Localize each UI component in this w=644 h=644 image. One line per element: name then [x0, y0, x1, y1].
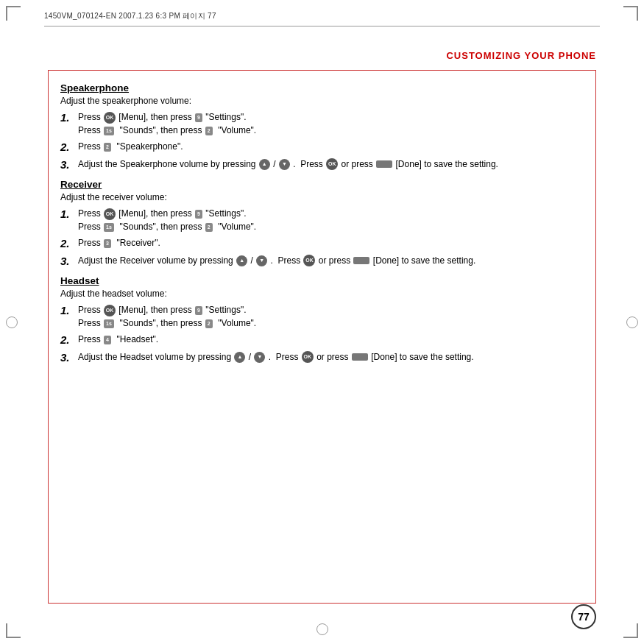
1sh-btn-icon: 1s	[104, 319, 114, 328]
2a-btn-icon: 2	[205, 127, 213, 135]
step-num-sp-2: 2.	[60, 140, 75, 155]
4h-btn-icon: 4	[104, 336, 111, 344]
step-content-sp-1: Press OK [Menu], then press 9 "Settings"…	[78, 110, 584, 137]
header-text: 1450VM_070124-EN 2007.1.23 6:3 PM 페이지 77	[44, 11, 216, 21]
page-title: CUSTOMIZING YOUR PHONE	[446, 50, 596, 61]
step-content-hs-1: Press OK [Menu], then press 9 "Settings"…	[78, 303, 584, 330]
done-hs-icon	[352, 353, 368, 361]
ok-hs2-icon: OK	[302, 351, 314, 363]
step-num-rv-2: 2.	[60, 236, 75, 251]
step-hs-3: 3. Adjust the Headset volume by pressing…	[60, 350, 584, 365]
section-desc-headset: Adjust the headset volume:	[60, 289, 584, 299]
nav-dn-rv-icon: ▼	[256, 255, 267, 266]
corner-tl	[6, 6, 21, 21]
9h-btn-icon: 9	[195, 306, 202, 315]
step-sp-1: 1. Press OK [Menu], then press 9 "Settin…	[60, 110, 584, 137]
ok-btn-icon: OK	[104, 112, 116, 124]
page-number-badge: 77	[571, 604, 596, 629]
section-desc-speakerphone: Adjust the speakerphone volume:	[60, 96, 584, 106]
step-num-hs-2: 2.	[60, 333, 75, 347]
step-num-hs-1: 1.	[60, 303, 75, 318]
corner-br	[623, 623, 638, 638]
1sr-btn-icon: 1s	[104, 223, 114, 232]
2ah-btn-icon: 2	[205, 319, 213, 328]
9-btn-icon: 9	[195, 113, 202, 122]
section-title-headset: Headset	[60, 275, 584, 286]
step-num-rv-1: 1.	[60, 207, 75, 222]
9r-btn-icon: 9	[195, 210, 202, 219]
step-num-hs-3: 3.	[60, 350, 75, 365]
page-number: 77	[578, 611, 590, 623]
step-num-sp-3: 3.	[60, 158, 75, 172]
step-content-hs-2: Press 4 "Headset".	[78, 333, 584, 346]
side-circle-right	[626, 316, 638, 328]
nav-dn-hs-icon: ▼	[254, 352, 265, 363]
section-desc-receiver: Adjust the receiver volume:	[60, 192, 584, 202]
corner-tr	[623, 6, 638, 21]
section-title-speakerphone: Speakerphone	[60, 82, 584, 93]
ok-hs-icon: OK	[104, 305, 116, 316]
step-num-rv-3: 3.	[60, 254, 75, 269]
ok-rv-icon: OK	[104, 208, 116, 220]
section-title-receiver: Receiver	[60, 179, 584, 190]
2ar-btn-icon: 2	[205, 223, 213, 232]
done-btn-icon	[376, 160, 392, 168]
bottom-circle	[316, 623, 328, 635]
step-content-sp-3: Adjust the Speakerphone volume by pressi…	[78, 158, 584, 171]
main-content-box: Speakerphone Adjust the speakerphone vol…	[48, 70, 596, 604]
side-circle-left	[6, 316, 18, 328]
step-num-sp-1: 1.	[60, 110, 75, 125]
1s-btn-icon: 1s	[104, 127, 114, 135]
step-sp-3: 3. Adjust the Speakerphone volume by pre…	[60, 158, 584, 172]
ok2-btn-icon: OK	[326, 158, 338, 170]
done-rv-icon	[353, 257, 369, 264]
step-hs-2: 2. Press 4 "Headset".	[60, 333, 584, 347]
2sp-btn-icon: 2	[104, 143, 111, 152]
step-rv-3: 3. Adjust the Receiver volume by pressin…	[60, 254, 584, 269]
step-content-rv-2: Press 3 "Receiver".	[78, 236, 584, 250]
nav-dn-icon: ▼	[279, 159, 290, 170]
3r-btn-icon: 3	[104, 239, 111, 248]
step-content-rv-1: Press OK [Menu], then press 9 "Settings"…	[78, 207, 584, 233]
nav-up-icon: ▲	[259, 159, 270, 170]
step-hs-1: 1. Press OK [Menu], then press 9 "Settin…	[60, 303, 584, 330]
step-content-rv-3: Adjust the Receiver volume by pressing ▲…	[78, 254, 584, 267]
step-rv-1: 1. Press OK [Menu], then press 9 "Settin…	[60, 207, 584, 233]
header-bar: 1450VM_070124-EN 2007.1.23 6:3 PM 페이지 77	[44, 6, 600, 26]
step-content-sp-2: Press 2 "Speakerphone".	[78, 140, 584, 153]
corner-bl	[6, 623, 21, 638]
ok-rv2-icon: OK	[303, 255, 315, 266]
nav-up-rv-icon: ▲	[236, 255, 247, 266]
step-sp-2: 2. Press 2 "Speakerphone".	[60, 140, 584, 155]
step-rv-2: 2. Press 3 "Receiver".	[60, 236, 584, 251]
nav-up-hs-icon: ▲	[234, 352, 245, 363]
step-content-hs-3: Adjust the Headset volume by pressing ▲ …	[78, 350, 584, 364]
